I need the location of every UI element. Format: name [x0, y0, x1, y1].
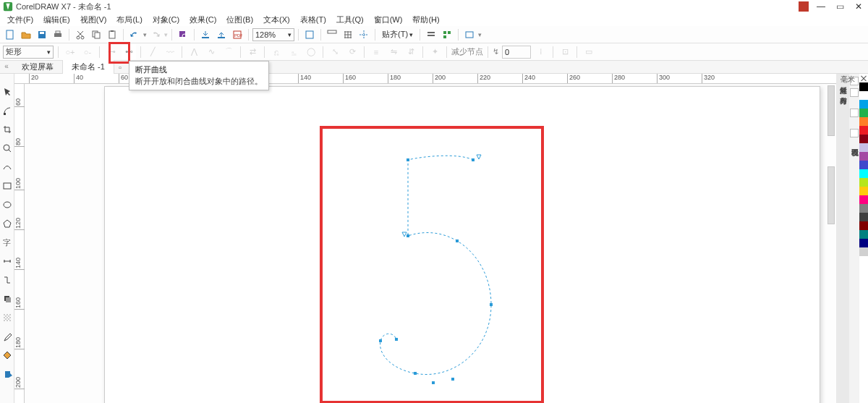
eyedropper-tool[interactable] — [1, 330, 14, 343]
color-swatch[interactable] — [859, 109, 868, 117]
maximize-button[interactable]: ▭ — [833, 1, 846, 12]
select-all-nodes-button[interactable]: ⊡ — [558, 45, 572, 59]
text-tool[interactable]: 字 — [1, 236, 14, 249]
break-curve-button[interactable]: ⊷ — [122, 45, 136, 59]
reflect-h-button[interactable]: ⇋ — [386, 45, 401, 59]
show-rulers-button[interactable] — [325, 27, 339, 42]
import-button[interactable] — [198, 27, 213, 42]
menu-effects[interactable]: 效果(C) — [185, 14, 221, 26]
open-button[interactable] — [19, 27, 33, 42]
symmetrical-node-button[interactable]: ⌒ — [221, 45, 236, 59]
join-nodes-button[interactable]: ⊶ — [104, 45, 119, 59]
app-launcher-button[interactable] — [440, 27, 454, 42]
ellipse-tool[interactable] — [1, 198, 14, 211]
docker-transform[interactable]: 变换 — [849, 100, 859, 106]
print-button[interactable] — [51, 27, 65, 42]
docker-collapsed-hints[interactable] — [827, 85, 835, 136]
canvas[interactable] — [25, 84, 836, 403]
copy-button[interactable] — [89, 27, 103, 42]
color-swatch[interactable] — [859, 169, 868, 178]
rotate-nodes-button[interactable]: ⟳ — [345, 45, 359, 59]
tab-scroll-left[interactable]: « — [1, 61, 12, 71]
fullscreen-button[interactable] — [302, 27, 317, 42]
show-grid-button[interactable] — [341, 27, 355, 42]
user-indicator[interactable] — [799, 1, 809, 12]
color-swatch[interactable] — [859, 213, 868, 221]
cusp-node-button[interactable]: ⋀ — [187, 45, 201, 59]
pick-tool[interactable] — [1, 85, 14, 98]
menu-text[interactable]: 文本(X) — [259, 14, 294, 26]
zoom-tool[interactable] — [1, 142, 14, 155]
color-swatch[interactable] — [859, 117, 868, 126]
color-swatch[interactable] — [859, 161, 868, 169]
curve-smoothness-input[interactable]: 0 — [502, 46, 531, 59]
menu-layout[interactable]: 布局(L) — [112, 14, 146, 26]
smooth-node-button[interactable]: ∿ — [204, 45, 218, 59]
bounding-box-button[interactable]: ▭ — [582, 45, 596, 59]
close-button[interactable]: ✕ — [852, 1, 865, 12]
smart-fill-tool[interactable] — [1, 368, 14, 381]
color-swatch[interactable] — [859, 178, 868, 187]
search-button[interactable] — [176, 27, 190, 42]
close-curve-button[interactable]: ◯ — [304, 45, 318, 59]
extend-curve-button[interactable]: ⎌ — [269, 45, 284, 59]
color-swatch[interactable] — [859, 126, 868, 135]
color-swatch[interactable] — [859, 152, 868, 161]
drop-shadow-tool[interactable] — [1, 292, 14, 305]
cut-button[interactable] — [73, 27, 88, 42]
delete-node-button[interactable]: ○- — [80, 45, 95, 59]
export-button[interactable] — [214, 27, 229, 42]
docker-view-manager[interactable]: 视图管理器 — [849, 140, 859, 146]
menu-bitmap[interactable]: 位图(B) — [222, 14, 258, 26]
to-line-button[interactable]: ╱ — [145, 45, 160, 59]
paste-button[interactable] — [105, 27, 119, 42]
options-button[interactable] — [424, 27, 438, 42]
elastic-mode-button[interactable]: ✦ — [427, 45, 442, 59]
rectangle-tool[interactable] — [1, 179, 14, 192]
docker-icon[interactable] — [850, 129, 859, 137]
ruler-vertical[interactable]: 6080100120140160180200 — [14, 84, 25, 403]
extract-subpath-button[interactable]: ⎁ — [286, 45, 301, 59]
color-swatch[interactable] — [859, 82, 868, 91]
tab-close[interactable]: ▫ — [114, 63, 126, 72]
undo-button[interactable] — [127, 27, 142, 42]
vertical-scrollbar[interactable] — [827, 166, 835, 224]
docker-icon[interactable] — [850, 88, 859, 97]
parallel-dimension-tool[interactable] — [1, 255, 14, 268]
stretch-nodes-button[interactable]: ⤡ — [328, 45, 342, 59]
polygon-tool[interactable] — [1, 217, 14, 230]
color-swatch[interactable] — [859, 100, 868, 109]
new-button[interactable] — [3, 27, 17, 42]
menu-table[interactable]: 表格(T) — [296, 14, 331, 26]
color-swatch[interactable] — [859, 247, 868, 256]
crop-tool[interactable] — [1, 123, 14, 136]
menu-object[interactable]: 对象(C) — [148, 14, 184, 26]
save-button[interactable] — [35, 27, 49, 42]
align-nodes-button[interactable]: ≡ — [369, 45, 383, 59]
color-swatch[interactable] — [859, 204, 868, 213]
tab-document[interactable]: 未命名 -1 — [63, 60, 114, 74]
add-node-button[interactable]: ○+ — [63, 45, 77, 59]
tab-welcome[interactable]: 欢迎屏幕 — [13, 60, 63, 74]
transparency-tool[interactable] — [1, 311, 14, 324]
shape-tool[interactable] — [1, 104, 14, 117]
color-swatch[interactable] — [859, 239, 868, 247]
menu-help[interactable]: 帮助(H) — [408, 14, 443, 26]
color-swatch[interactable] — [859, 195, 868, 204]
color-swatch[interactable] — [859, 135, 868, 143]
snap-dropdown[interactable]: 贴齐(T)▾ — [379, 29, 416, 40]
docker-align-distribute[interactable]: 对齐与分布 — [838, 88, 848, 94]
reflect-v-button[interactable]: ⇵ — [404, 45, 418, 59]
connector-tool[interactable] — [1, 273, 14, 287]
color-swatch[interactable] — [859, 91, 868, 100]
selected-curve-5[interactable] — [336, 135, 531, 395]
color-swatch[interactable] — [859, 230, 868, 239]
smoothness-stepper[interactable]: ⁞ — [534, 45, 548, 59]
freehand-tool[interactable] — [1, 161, 14, 174]
minimize-button[interactable]: — — [814, 1, 827, 12]
menu-view[interactable]: 视图(V) — [76, 14, 111, 26]
color-swatch[interactable] — [859, 74, 868, 82]
shape-preset-combo[interactable]: 矩形▾ — [3, 46, 54, 59]
color-swatch[interactable] — [859, 143, 868, 152]
color-swatch[interactable] — [859, 221, 868, 230]
